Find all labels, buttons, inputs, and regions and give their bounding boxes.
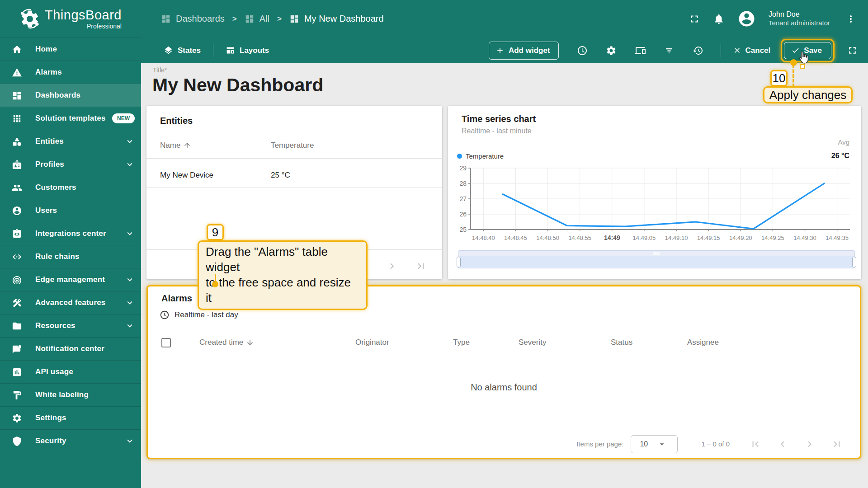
sidebar-item-entities[interactable]: Entities <box>0 130 141 153</box>
column-header-severity[interactable]: Severity <box>519 338 611 347</box>
sidebar-item-resources[interactable]: Resources <box>0 314 141 337</box>
breadcrumb-item-dashboards[interactable]: Dashboards <box>161 14 225 24</box>
sidebar-item-alarms[interactable]: Alarms <box>0 61 141 84</box>
select-all-checkbox[interactable] <box>161 338 171 347</box>
entities-icon <box>12 136 22 147</box>
chevron-down-icon[interactable] <box>125 275 135 285</box>
alarms-widget: Alarms Realtime - last day Created timeO… <box>146 285 861 459</box>
range-handle-right[interactable] <box>852 257 856 267</box>
chart-range-selector[interactable] <box>458 250 855 268</box>
legend-series-value: 26 °C <box>831 152 849 160</box>
chevron-down-icon[interactable] <box>125 136 135 146</box>
dashboard-settings-icon[interactable] <box>606 45 617 56</box>
expand-dashboard-icon[interactable] <box>847 45 858 56</box>
layouts-icon <box>226 46 235 55</box>
legend-dot <box>457 154 462 159</box>
layouts-button[interactable]: Layouts <box>226 46 269 55</box>
sidebar: ThingsBoard Professional HomeAlarmsDashb… <box>0 0 141 488</box>
brand-logo[interactable]: ThingsBoard Professional <box>0 0 141 38</box>
svg-text:25: 25 <box>459 226 467 233</box>
cancel-button[interactable]: Cancel <box>733 46 771 55</box>
line-chart[interactable]: 252627282914:48:4014:48:4514:48:5014:48:… <box>454 164 855 244</box>
alarms-timewindow-button[interactable]: Realtime - last day <box>160 310 238 320</box>
profiles-icon <box>12 160 22 170</box>
chevron-down-icon[interactable] <box>125 298 135 308</box>
notifications-bell-icon[interactable] <box>713 13 725 25</box>
sidebar-item-customers[interactable]: Customers <box>0 176 141 199</box>
next-page-icon[interactable] <box>386 260 398 272</box>
sidebar-item-advanced-features[interactable]: Advanced features <box>0 291 141 314</box>
states-button[interactable]: States <box>164 46 201 55</box>
range-handle-left[interactable] <box>457 257 461 267</box>
items-per-page-select[interactable]: 10 <box>631 435 678 453</box>
column-header-temperature[interactable]: Temperature <box>271 141 314 150</box>
timeseries-widget: Time series chart Realtime - last minute… <box>448 106 861 279</box>
column-header-name[interactable]: Name <box>160 141 271 150</box>
entity-aliases-icon[interactable] <box>664 45 675 56</box>
chevron-down-icon[interactable] <box>125 321 135 331</box>
column-header-assignee[interactable]: Assignee <box>687 338 855 347</box>
integrations-center-icon <box>12 229 22 239</box>
sidebar-item-notification-center[interactable]: Notification center <box>0 337 141 360</box>
column-header-originator[interactable]: Originator <box>355 338 453 347</box>
chevron-down-icon[interactable] <box>125 160 135 169</box>
sidebar-item-edge-management[interactable]: Edge management <box>0 268 141 291</box>
time-window-icon[interactable] <box>577 45 588 56</box>
tutorial-step-10-number: 10 <box>770 70 788 86</box>
sidebar-item-home[interactable]: Home <box>0 38 141 61</box>
more-options-icon[interactable] <box>845 14 856 24</box>
sidebar-item-settings[interactable]: Settings <box>0 406 141 429</box>
manage-layouts-icon[interactable] <box>635 45 646 56</box>
sidebar-item-users[interactable]: Users <box>0 199 141 222</box>
last-page-icon[interactable] <box>415 260 427 272</box>
breadcrumb-item-my-new-dashboard[interactable]: My New Dashboard <box>289 14 384 24</box>
svg-text:14:49:35: 14:49:35 <box>826 235 849 241</box>
entities-widget-title: Entities <box>160 116 193 126</box>
first-page-icon[interactable] <box>750 438 761 450</box>
fullscreen-icon[interactable] <box>689 13 700 25</box>
sidebar-item-rule-chains[interactable]: Rule chains <box>0 245 141 268</box>
callout-connector-dashed-line <box>793 65 794 87</box>
table-row[interactable]: My New Device25 °C <box>160 164 431 187</box>
breadcrumb-separator: > <box>277 14 282 23</box>
sidebar-item-api-usage[interactable]: API usage <box>0 360 141 383</box>
entities-table-header: NameTemperature <box>160 141 431 150</box>
pagination-range: 1 – 0 of 0 <box>701 440 730 448</box>
items-per-page-label: Items per page: <box>576 440 623 448</box>
clock-icon <box>160 310 170 320</box>
divider <box>146 188 442 188</box>
next-page-icon[interactable] <box>804 438 816 450</box>
sidebar-item-solution-templates[interactable]: Solution templatesNEW <box>0 107 141 130</box>
range-grip[interactable] <box>653 252 660 255</box>
sidebar-item-white-labeling[interactable]: White labeling <box>0 383 141 406</box>
divider <box>146 158 442 159</box>
svg-text:14:48:45: 14:48:45 <box>504 235 527 241</box>
add-widget-button[interactable]: Add widget <box>489 42 559 60</box>
sidebar-item-security[interactable]: Security <box>0 429 141 452</box>
toolbar-divider <box>721 44 721 57</box>
sidebar-item-integrations-center[interactable]: Integrations center <box>0 222 141 245</box>
svg-text:14:48:50: 14:48:50 <box>536 235 559 241</box>
user-name: John Doe <box>769 10 830 19</box>
avatar[interactable] <box>737 9 756 28</box>
column-header-type[interactable]: Type <box>453 338 519 347</box>
svg-text:14:49: 14:49 <box>604 234 620 241</box>
chevron-down-icon[interactable] <box>125 229 135 239</box>
svg-text:14:49:05: 14:49:05 <box>633 235 656 241</box>
user-menu[interactable]: John Doe Tenant administrator <box>769 10 830 28</box>
dashboard-grid-icon <box>245 14 255 24</box>
previous-page-icon[interactable] <box>777 438 788 450</box>
version-control-icon[interactable] <box>693 45 703 56</box>
brand-name: ThingsBoard <box>45 9 122 22</box>
svg-text:28: 28 <box>459 180 467 187</box>
svg-text:14:48:55: 14:48:55 <box>568 235 591 241</box>
last-page-icon[interactable] <box>831 438 843 450</box>
legend-series-name[interactable]: Temperature <box>466 152 504 160</box>
column-header-status[interactable]: Status <box>611 338 687 347</box>
chevron-down-icon[interactable] <box>125 436 135 446</box>
sidebar-item-dashboards[interactable]: Dashboards <box>0 84 141 107</box>
page-title[interactable]: My New Dashboard <box>152 75 323 96</box>
column-header-created-time[interactable]: Created time <box>199 338 355 347</box>
breadcrumb-item-all[interactable]: All <box>245 14 269 24</box>
sidebar-item-profiles[interactable]: Profiles <box>0 153 141 176</box>
